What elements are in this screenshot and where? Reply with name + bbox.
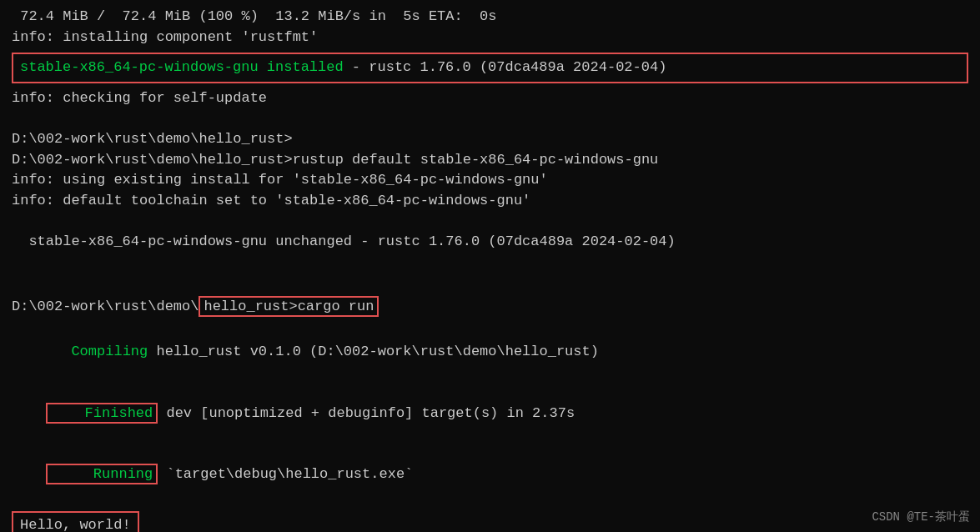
hello-world-box: Hello, world! bbox=[12, 511, 139, 532]
install-highlight-box: stable-x86_64-pc-windows-gnu installed -… bbox=[12, 53, 968, 83]
output-line-7: info: using existing install for 'stable… bbox=[12, 170, 968, 191]
cargo-run-line: D:\002-work\rust\demo\hello_rust>cargo r… bbox=[12, 297, 968, 318]
highlighted-install-line: stable-x86_64-pc-windows-gnu installed -… bbox=[12, 53, 968, 83]
running-line: Running `target\debug\hello_rust.exe` bbox=[12, 444, 968, 506]
running-rest: `target\debug\hello_rust.exe` bbox=[158, 466, 413, 482]
install-text-rest: - rustc 1.76.0 (07dca489a 2024-02-04) bbox=[344, 59, 667, 75]
finished-line: Finished dev [unoptimized + debuginfo] t… bbox=[12, 383, 968, 444]
output-line-5: D:\002-work\rust\demo\hello_rust> bbox=[12, 129, 968, 150]
compiling-line: Compiling hello_rust v0.1.0 (D:\002-work… bbox=[12, 321, 968, 383]
cargo-prefix: D:\002-work\rust\demo\ bbox=[12, 299, 199, 314]
terminal-window: 72.4 MiB / 72.4 MiB (100 %) 13.2 MiB/s i… bbox=[0, 0, 980, 532]
output-line-2: info: installing component 'rustfmt' bbox=[12, 28, 968, 48]
finished-rest: dev [unoptimized + debuginfo] target(s) … bbox=[158, 405, 575, 421]
hello-world-container: Hello, world! bbox=[12, 508, 968, 532]
install-text-green: stable-x86_64-pc-windows-gnu installed bbox=[20, 59, 344, 75]
blank-line-4 bbox=[12, 274, 968, 294]
running-keyword: Running bbox=[46, 464, 158, 484]
output-line-9: stable-x86_64-pc-windows-gnu unchanged -… bbox=[12, 232, 968, 253]
compiling-rest: hello_rust v0.1.0 (D:\002-work\rust\demo… bbox=[148, 344, 599, 359]
output-line-4: info: checking for self-update bbox=[12, 88, 968, 109]
finished-keyword: Finished bbox=[46, 403, 158, 424]
output-line-8: info: default toolchain set to 'stable-x… bbox=[12, 191, 968, 212]
output-line-1: 72.4 MiB / 72.4 MiB (100 %) 13.2 MiB/s i… bbox=[12, 7, 968, 28]
watermark: CSDN @TE-茶叶蛋 bbox=[872, 509, 970, 525]
compiling-keyword: Compiling bbox=[46, 344, 148, 359]
blank-line-2 bbox=[12, 212, 968, 233]
blank-line-3 bbox=[12, 253, 968, 274]
blank-line-1 bbox=[12, 109, 968, 130]
output-line-6: D:\002-work\rust\demo\hello_rust>rustup … bbox=[12, 150, 968, 171]
cargo-highlight-box: hello_rust>cargo run bbox=[199, 296, 379, 317]
